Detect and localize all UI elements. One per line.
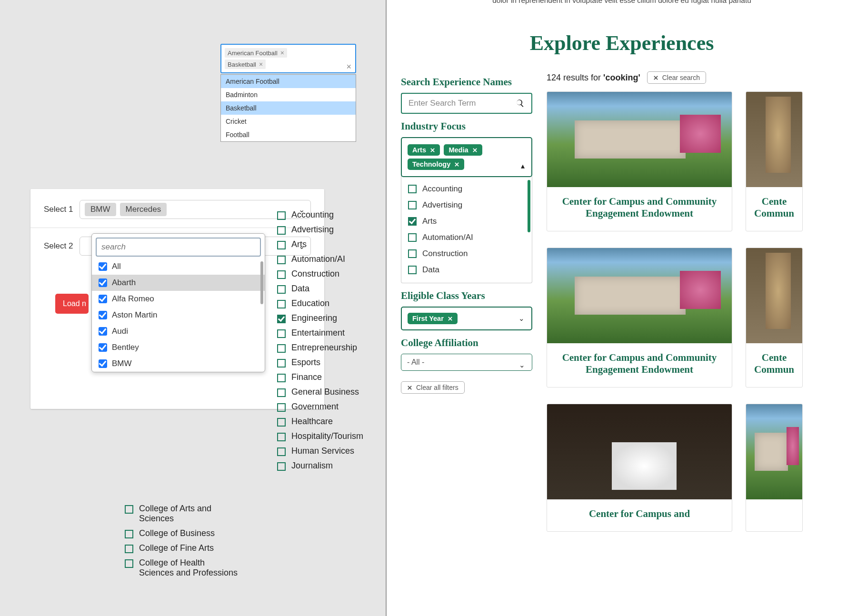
checkbox-icon — [125, 505, 133, 514]
checkbox-icon — [277, 315, 286, 323]
cars-option[interactable]: Abarth — [92, 275, 265, 291]
chevron-down-icon[interactable]: ⌄ — [518, 314, 525, 323]
cars-option[interactable]: Alfa Romeo — [92, 291, 265, 307]
college-heading: College Affiliation — [401, 337, 532, 349]
college-option[interactable]: College of Arts and Sciences — [125, 501, 241, 526]
search-icon[interactable] — [515, 99, 525, 108]
industry-option[interactable]: Data — [408, 262, 525, 278]
industry-option[interactable]: Journalism — [277, 458, 372, 473]
result-card[interactable]: Center for Campus and Community Engageme… — [547, 248, 732, 387]
select1-control[interactable]: BMW Mercedes ⌄ — [80, 200, 311, 219]
tag-pill[interactable]: Technology — [408, 159, 464, 170]
lorem-text: dolor in reprehenderit in voluptate veli… — [401, 0, 843, 5]
sports-chip[interactable]: Basketball× — [225, 60, 266, 69]
scrollbar[interactable] — [528, 180, 530, 232]
industry-option[interactable]: Entertainment — [277, 326, 372, 340]
industry-option[interactable]: Data — [277, 281, 372, 296]
cars-option[interactable]: Bentley — [92, 339, 265, 356]
result-card[interactable] — [746, 404, 803, 532]
clear-search-button[interactable]: Clear search — [647, 71, 706, 84]
class-years-select[interactable]: First Year ⌄ — [401, 307, 532, 330]
tag-pill[interactable]: Arts — [408, 144, 440, 156]
sports-tagbox[interactable]: American Football× Basketball× × — [220, 44, 356, 73]
industry-option[interactable]: Entrepreneurship — [277, 340, 372, 355]
clear-search-label: Clear search — [662, 74, 700, 81]
sports-option[interactable]: Badminton — [221, 88, 356, 101]
clear-all-icon[interactable]: × — [346, 62, 351, 72]
college-option[interactable]: College of Fine Arts — [125, 541, 241, 556]
college-option[interactable]: College of Business — [125, 526, 241, 541]
industry-option[interactable]: Arts — [277, 237, 372, 252]
checkbox-icon — [277, 433, 286, 441]
college-value: - All - — [407, 358, 424, 366]
close-icon[interactable] — [430, 148, 435, 153]
industry-option[interactable]: Automation/AI — [277, 252, 372, 267]
clear-all-filters-button[interactable]: Clear all filters — [401, 381, 465, 394]
tag-pill[interactable]: First Year — [408, 313, 458, 324]
result-card[interactable]: CenteCommun — [746, 248, 803, 387]
result-card[interactable]: Center for Campus and Community Engageme… — [547, 91, 732, 231]
sports-option[interactable]: American Football — [221, 75, 356, 88]
industry-option[interactable]: Advertising — [277, 222, 372, 237]
industry-option[interactable]: Automation/AI — [408, 229, 525, 246]
cars-option[interactable]: BMW — [92, 356, 265, 372]
checkbox-icon — [277, 329, 286, 338]
cars-dropdown[interactable]: AllAbarthAlfa RomeoAston MartinAudiBentl… — [91, 233, 265, 372]
industry-option[interactable]: General Business — [277, 385, 372, 399]
sports-option[interactable]: Cricket — [221, 115, 356, 128]
close-icon[interactable] — [454, 162, 459, 167]
industry-tagbox[interactable]: Arts Media Technology ▴ — [401, 137, 532, 177]
chevron-up-icon[interactable]: ▴ — [521, 161, 525, 170]
results-summary: 124 results for 'cooking' Clear search — [547, 71, 843, 84]
select2-label: Select 2 — [44, 241, 80, 251]
clear-all-label: Clear all filters — [416, 384, 458, 391]
industry-option[interactable]: Advertising — [408, 197, 525, 213]
sports-dropdown[interactable]: American FootballBadmintonBasketballCric… — [220, 74, 356, 142]
sports-option[interactable]: Football — [221, 128, 356, 141]
card-image — [746, 92, 802, 187]
industry-dropdown[interactable]: AccountingAdvertisingArtsAutomation/AICo… — [401, 176, 532, 283]
industry-option[interactable]: Finance — [277, 370, 372, 385]
result-card[interactable]: Center for Campus and — [547, 404, 732, 532]
cars-option[interactable]: All — [92, 258, 265, 275]
industry-option[interactable]: Accounting — [408, 181, 525, 197]
sports-chip[interactable]: American Football× — [225, 48, 287, 58]
industry-label: Advertising — [422, 200, 462, 210]
industry-option[interactable]: Construction — [277, 267, 372, 281]
search-input[interactable]: Enter Search Term — [401, 93, 532, 114]
scrollbar[interactable] — [260, 261, 263, 304]
close-icon[interactable]: × — [280, 49, 284, 57]
checkbox-icon — [99, 262, 107, 271]
cars-option[interactable]: Aston Martin — [92, 307, 265, 323]
results-count: 124 — [547, 73, 561, 82]
industry-option[interactable]: Accounting — [277, 208, 372, 222]
industry-option[interactable]: Arts — [408, 213, 525, 229]
result-card[interactable]: CenteCommun — [746, 91, 803, 231]
industry-option[interactable]: Healthcare — [277, 414, 372, 429]
industry-option[interactable]: Government — [277, 399, 372, 414]
checkbox-icon — [125, 545, 133, 553]
tag-label: Media — [448, 146, 468, 154]
cars-search-input[interactable] — [96, 238, 261, 257]
industry-option[interactable]: Engineering — [277, 311, 372, 326]
college-option[interactable]: College of Health Sciences and Professio… — [125, 556, 241, 580]
cars-chip[interactable]: BMW — [85, 203, 116, 216]
cars-option[interactable]: Audi — [92, 323, 265, 339]
checkbox-icon — [408, 185, 417, 193]
industry-option[interactable]: Hospitality/Tourism — [277, 429, 372, 444]
cars-chip[interactable]: Mercedes — [120, 203, 167, 216]
industry-option[interactable]: Human Services — [277, 444, 372, 458]
industry-option[interactable]: Esports — [277, 355, 372, 370]
industry-option[interactable]: Construction — [408, 246, 525, 262]
left-pane: American Football× Basketball× × America… — [0, 0, 387, 616]
close-icon[interactable] — [448, 316, 453, 321]
sports-option[interactable]: Basketball — [221, 101, 356, 115]
tag-pill[interactable]: Media — [444, 144, 482, 156]
close-icon[interactable]: × — [259, 60, 263, 68]
card-title: Center for Campus and — [555, 508, 724, 520]
industry-option[interactable]: Education — [277, 296, 372, 311]
chevron-down-icon[interactable]: ⌄ — [519, 361, 525, 369]
college-select[interactable]: - All - ⌄ — [401, 354, 532, 371]
load-button[interactable]: Load n — [55, 294, 89, 314]
close-icon[interactable] — [472, 148, 478, 153]
